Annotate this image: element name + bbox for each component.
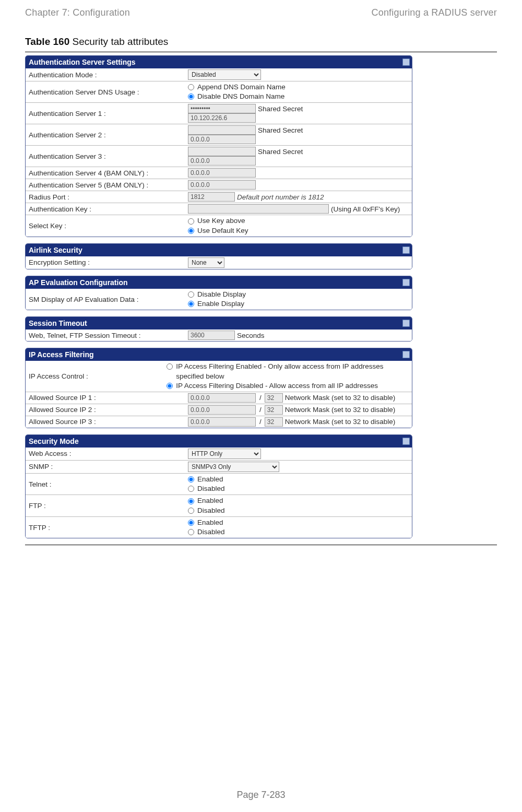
tftp-label: TFTP : — [26, 522, 187, 533]
caption-text: Security tab attributes — [69, 36, 168, 47]
encryption-select[interactable]: None — [188, 257, 224, 268]
panel-title: Authentication Server Settings — [29, 58, 136, 66]
collapse-icon[interactable] — [402, 246, 410, 254]
panel-session: Session Timeout Web, Telnet, FTP Session… — [25, 316, 412, 342]
ip-access-control-label: IP Access Control : — [26, 371, 166, 382]
src-ip3-input[interactable] — [188, 417, 256, 427]
panel-security-mode: Security Mode Web Access : HTTP Only SNM… — [25, 434, 412, 538]
panel-head-airlink[interactable]: Airlink Security — [26, 244, 412, 256]
document-header: Chapter 7: Configuration Configuring a R… — [25, 7, 497, 18]
mask-hint: Network Mask (set to 32 to disable) — [285, 418, 396, 426]
panel-airlink: Airlink Security Encryption Setting : No… — [25, 243, 412, 269]
panel-title: Security Mode — [29, 437, 79, 445]
auth-s2-secret-text: Shared Secret — [258, 126, 303, 134]
auth-key-input[interactable] — [188, 204, 329, 214]
document-footer: Page 7-283 — [0, 790, 522, 801]
src-ip1-input[interactable] — [188, 393, 256, 403]
apeval-opt-enable[interactable]: Enable Display — [188, 299, 409, 309]
panel-head-session[interactable]: Session Timeout — [26, 317, 412, 329]
collapse-icon[interactable] — [402, 320, 410, 327]
auth-mode-select[interactable]: Disabled — [188, 69, 261, 80]
ftp-enabled[interactable]: Enabled — [188, 496, 409, 505]
auth-key-label: Authentication Key : — [26, 204, 187, 215]
mask-hint: Network Mask (set to 32 to disable) — [285, 406, 396, 414]
panel-title: AP Evaluation Configuration — [29, 278, 128, 287]
auth-s1-secret-text: Shared Secret — [258, 105, 303, 113]
collapse-icon[interactable] — [402, 279, 410, 286]
panel-head-ipfilter[interactable]: IP Access Filtering — [26, 348, 412, 361]
auth-mode-label: Authentication Mode : — [26, 69, 187, 80]
radius-port-hint: Default port number is 1812 — [237, 193, 324, 201]
telnet-label: Telnet : — [26, 479, 187, 490]
src-ip2-mask-input[interactable] — [265, 405, 283, 415]
panel-ipfilter: IP Access Filtering IP Access Control : … — [25, 348, 412, 428]
telnet-enabled[interactable]: Enabled — [188, 475, 409, 484]
panel-auth: Authentication Server Settings Authentic… — [25, 55, 412, 237]
table-caption: Table 160 Security tab attributes — [25, 36, 497, 48]
auth-key-hint: (Using All 0xFF's Key) — [331, 205, 400, 213]
tftp-enabled[interactable]: Enabled — [188, 518, 409, 527]
collapse-icon[interactable] — [402, 351, 410, 358]
auth-s2-label: Authentication Server 2 : — [26, 130, 187, 140]
panel-title: IP Access Filtering — [29, 350, 94, 359]
collapse-icon[interactable] — [402, 438, 410, 445]
session-timeout-input[interactable] — [188, 331, 235, 340]
src-ip2-input[interactable] — [188, 405, 256, 415]
auth-s2-secret-input[interactable] — [188, 125, 256, 135]
panel-head-auth[interactable]: Authentication Server Settings — [26, 56, 412, 68]
header-right: Configuring a RADIUS server — [372, 7, 497, 18]
auth-s3-secret-input[interactable] — [188, 147, 256, 156]
radius-port-input[interactable] — [188, 192, 235, 202]
src-ip1-label: Allowed Source IP 1 : — [26, 392, 187, 403]
src-ip3-label: Allowed Source IP 3 : — [26, 416, 187, 427]
auth-s4-label: Authentication Server 4 (BAM ONLY) : — [26, 168, 187, 179]
header-left: Chapter 7: Configuration — [25, 7, 130, 18]
select-key-opt-above[interactable]: Use Key above — [188, 216, 409, 226]
mask-hint: Network Mask (set to 32 to disable) — [285, 394, 396, 402]
src-ip1-mask-input[interactable] — [265, 393, 283, 403]
panel-title: Session Timeout — [29, 319, 87, 327]
snmp-label: SNMP : — [26, 461, 187, 472]
auth-s5-label: Authentication Server 5 (BAM ONLY) : — [26, 180, 187, 191]
ipfilter-opt-disabled[interactable]: IP Access Filtering Disabled - Allow acc… — [167, 381, 397, 391]
apeval-label: SM Display of AP Evaluation Data : — [26, 294, 187, 305]
ftp-label: FTP : — [26, 500, 187, 511]
session-timeout-label: Web, Telnet, FTP Session Timeout : — [26, 330, 187, 341]
auth-dns-opt-disable[interactable]: Disable DNS Domain Name — [188, 92, 409, 101]
web-access-select[interactable]: HTTP Only — [188, 449, 261, 459]
panel-title: Airlink Security — [29, 246, 82, 254]
slash-divider: / — [258, 394, 263, 402]
panel-apeval: AP Evaluation Configuration SM Display o… — [25, 276, 412, 310]
src-ip2-label: Allowed Source IP 2 : — [26, 404, 187, 415]
panel-head-security-mode[interactable]: Security Mode — [26, 435, 412, 448]
select-key-opt-default[interactable]: Use Default Key — [188, 226, 409, 236]
select-key-label: Select Key : — [26, 220, 187, 231]
src-ip3-mask-input[interactable] — [265, 417, 283, 427]
end-rule — [25, 545, 497, 545]
auth-s1-secret-input[interactable] — [188, 104, 256, 113]
auth-dns-label: Authentication Server DNS Usage : — [26, 87, 187, 98]
slash-divider: / — [258, 406, 263, 414]
auth-s3-label: Authentication Server 3 : — [26, 151, 187, 162]
auth-s2-ip-input[interactable] — [188, 135, 256, 144]
auth-s1-label: Authentication Server 1 : — [26, 108, 187, 119]
snmp-select[interactable]: SNMPv3 Only — [188, 462, 279, 472]
tftp-disabled[interactable]: Disabled — [188, 527, 409, 537]
apeval-opt-disable[interactable]: Disable Display — [188, 290, 409, 299]
auth-s3-ip-input[interactable] — [188, 156, 256, 166]
radius-port-label: Radius Port : — [26, 192, 187, 203]
ipfilter-opt-enabled[interactable]: IP Access Filtering Enabled - Only allow… — [167, 362, 397, 381]
auth-s4-ip-input[interactable] — [188, 168, 256, 178]
auth-dns-opt-append[interactable]: Append DNS Domain Name — [188, 83, 409, 92]
ftp-disabled[interactable]: Disabled — [188, 506, 409, 515]
auth-s5-ip-input[interactable] — [188, 180, 256, 190]
auth-s1-ip-input[interactable] — [188, 113, 256, 123]
encryption-label: Encryption Setting : — [26, 257, 187, 268]
collapse-icon[interactable] — [402, 58, 410, 66]
slash-divider: / — [258, 418, 263, 426]
telnet-disabled[interactable]: Disabled — [188, 484, 409, 493]
panel-head-apeval[interactable]: AP Evaluation Configuration — [26, 276, 412, 289]
auth-s3-secret-text: Shared Secret — [258, 148, 303, 156]
caption-rule — [25, 52, 497, 52]
session-timeout-unit: Seconds — [237, 332, 265, 339]
